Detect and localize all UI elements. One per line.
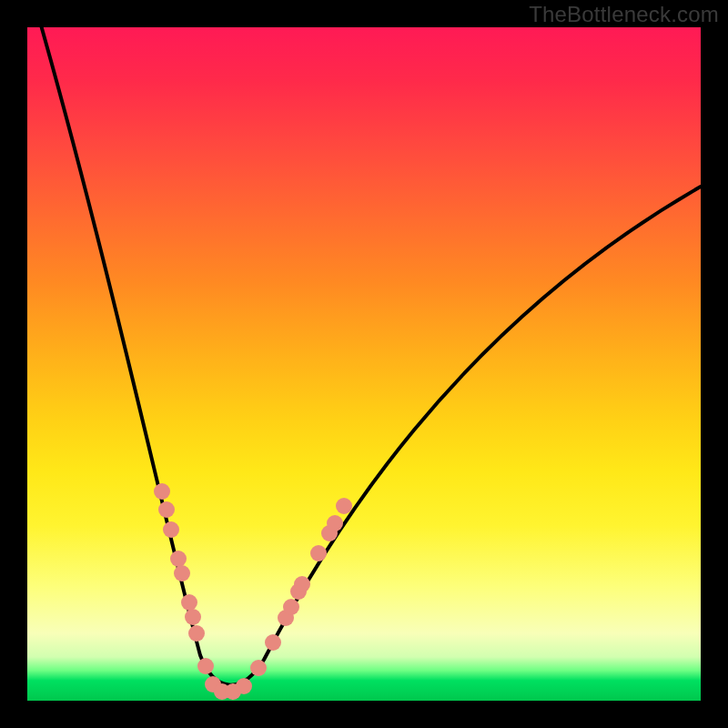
- watermark-text: TheBottleneck.com: [529, 2, 719, 27]
- curve-marker: [158, 501, 175, 518]
- curve-marker: [185, 609, 201, 625]
- curve-marker: [327, 515, 343, 531]
- curve-marker: [294, 576, 310, 592]
- curve-marker: [154, 483, 170, 500]
- curve-marker: [265, 634, 281, 651]
- curve-marker: [310, 545, 327, 561]
- bottleneck-curve: [36, 9, 701, 685]
- curve-marker: [181, 594, 197, 611]
- curve-marker: [170, 551, 187, 567]
- curve-marker: [336, 498, 352, 514]
- curve-marker: [236, 678, 252, 694]
- curve-marker: [174, 565, 190, 581]
- curve-marker: [283, 599, 299, 615]
- curve-marker: [188, 625, 205, 642]
- chart-plot-area: [27, 27, 701, 701]
- curve-marker: [197, 658, 214, 674]
- chart-frame: TheBottleneck.com: [0, 0, 728, 728]
- chart-svg: [27, 27, 701, 701]
- curve-marker: [250, 660, 267, 676]
- curve-marker: [163, 521, 179, 538]
